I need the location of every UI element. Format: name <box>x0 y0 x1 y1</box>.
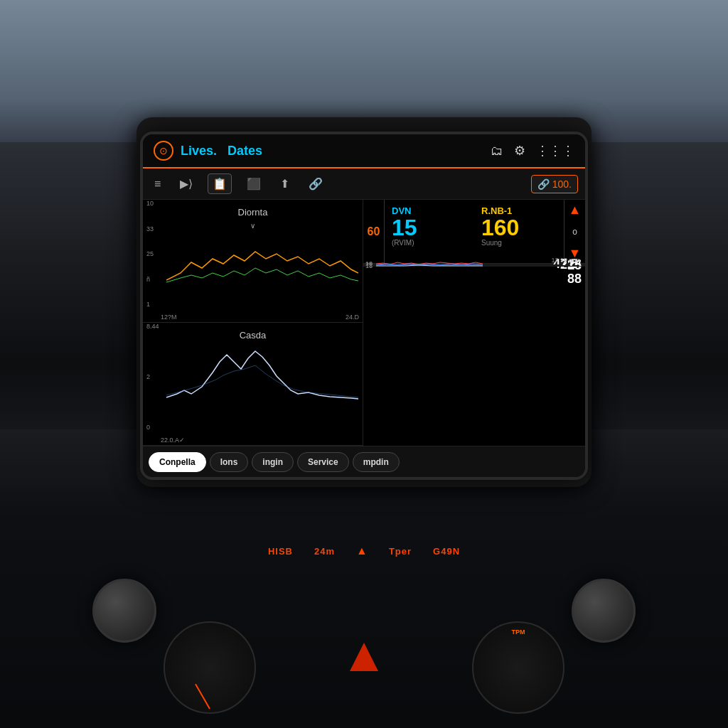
x-labels-bottom: 22.0.A✓ <box>161 437 359 444</box>
circle-indicator: o <box>572 227 577 237</box>
status-g49n: G49N <box>433 546 460 557</box>
gauge-right-label: TPM <box>473 628 563 636</box>
chart-bottom-svg <box>166 344 358 401</box>
knob-right[interactable] <box>572 579 636 643</box>
gauge-right: TPM <box>472 621 564 714</box>
arrow-up-icon: ▲ <box>569 203 582 216</box>
bottom-tabs: Conpella Ions ingin Service mpdin <box>143 446 585 477</box>
dvn-value: 15 <box>392 216 467 239</box>
header-right: 🗂 ⚙ ⋮⋮⋮ <box>491 143 574 159</box>
status-tper: Tper <box>389 546 412 557</box>
settings-icon[interactable]: ⚙ <box>514 143 525 159</box>
folder-icon[interactable]: 🗂 <box>491 144 503 159</box>
x-label-bottom: 22.0.A✓ <box>161 437 185 444</box>
active-value: 100. <box>552 178 572 190</box>
right-panel: 60 DVN 15 (RVIM) R.NB-1 160 Suung ▲ o <box>363 200 585 446</box>
y-label-33: 33 <box>146 225 154 232</box>
rnb-value: 160 <box>481 216 557 239</box>
y-label-844: 8.44 <box>146 323 159 330</box>
rnb-sub: Suung <box>481 239 557 247</box>
link-icon[interactable]: 🔗 <box>304 174 327 193</box>
tab-ingin[interactable]: ingin <box>252 452 294 472</box>
title-dates: Dates <box>228 144 262 159</box>
divider-left-value: 60 <box>368 225 380 238</box>
gauge-left <box>164 621 256 714</box>
toolbar-active-value[interactable]: 🔗 100. <box>531 175 578 193</box>
grid-icon[interactable]: ⋮⋮⋮ <box>536 143 574 159</box>
dvn-section: DVN 15 (RVIM) <box>385 200 474 263</box>
chart-bottom-label: Casda <box>240 330 267 341</box>
brand-icon: ⊙ <box>154 141 173 161</box>
tab-ions[interactable]: Ions <box>210 452 249 472</box>
x-label-right: 24.D <box>346 314 359 321</box>
right-top-section: 60 DVN 15 (RVIM) R.NB-1 160 Suung ▲ o <box>363 200 585 264</box>
row4-unit: 12.19 mm. <box>551 257 582 264</box>
left-panel: 10 33 25 ñ 1 Diornta ∨ 12?M 24.D <box>143 200 363 446</box>
y-label-2: 2 <box>146 373 159 380</box>
knob-left[interactable] <box>92 579 156 643</box>
sparkline-4 <box>376 262 545 270</box>
y-axis-bottom: 8.44 2 0 <box>146 323 159 431</box>
tab-mpdin[interactable]: mpdin <box>353 452 400 472</box>
dvn-sub: (RVIM) <box>392 239 467 247</box>
chart-top: 10 33 25 ñ 1 Diornta ∨ 12?M 24.D <box>143 200 363 323</box>
status-warning-icon: ▲ <box>356 545 368 557</box>
chart-top-svg <box>166 234 358 284</box>
x-labels-top: 12?M 24.D <box>161 314 359 321</box>
square-icon[interactable]: ⬛ <box>242 174 265 193</box>
status-24m: 24m <box>314 546 335 557</box>
menu-icon[interactable]: ≡ <box>150 175 165 193</box>
y-label-10: 10 <box>146 200 154 207</box>
data-rows-container: 10 47.5. 28 224 41 <box>363 264 585 267</box>
header-title: Lives. Dates <box>181 144 262 159</box>
y-label-25: 25 <box>146 250 154 257</box>
status-bar: HISB 24m ▲ Tper G49N <box>186 545 542 557</box>
infotainment-screen: ⊙ Lives. Dates 🗂 ⚙ ⋮⋮⋮ ≡ ▶⟩ 📋 ⬛ ⬆ 🔗 🔗 10… <box>140 132 588 480</box>
screen-content: 10 33 25 ñ 1 Diornta ∨ 12?M 24.D <box>143 200 585 446</box>
y-label-0: 0 <box>146 424 159 431</box>
chart-bottom: 8.44 2 0 Casda 22.0.A✓ <box>143 323 363 446</box>
chart-top-label: Diornta <box>238 207 268 218</box>
right-indicators: ▲ o ▼ <box>564 200 585 263</box>
toolbar: ≡ ▶⟩ 📋 ⬛ ⬆ 🔗 🔗 100. <box>143 168 585 200</box>
upload-icon[interactable]: ⬆ <box>276 174 294 193</box>
link-icon-2: 🔗 <box>537 178 550 190</box>
play-icon[interactable]: ▶⟩ <box>176 174 197 193</box>
title-lives: Lives. <box>181 144 217 159</box>
header-left: ⊙ Lives. Dates <box>154 141 262 161</box>
x-label-left: 12?M <box>161 314 177 321</box>
rnb-section: R.NB-1 160 Suung <box>474 200 564 263</box>
divider-left: 60 <box>363 200 385 263</box>
y-label-1: 1 <box>146 301 154 308</box>
row4-left-num: 18 <box>365 262 373 269</box>
y-axis-top: 10 33 25 ñ 1 <box>146 200 154 308</box>
clipboard-icon[interactable]: 📋 <box>208 173 232 194</box>
y-label-n: ñ <box>146 276 154 283</box>
data-row-4: 18 88 12.19 mm. <box>363 266 585 267</box>
chart-top-arrow: ∨ <box>250 222 255 230</box>
status-hisb: HISB <box>268 546 293 557</box>
tab-conpella[interactable]: Conpella <box>149 452 206 472</box>
row4-value: 88 <box>567 272 582 287</box>
tab-service[interactable]: Service <box>297 452 349 472</box>
screen-header: ⊙ Lives. Dates 🗂 ⚙ ⋮⋮⋮ <box>143 134 585 168</box>
